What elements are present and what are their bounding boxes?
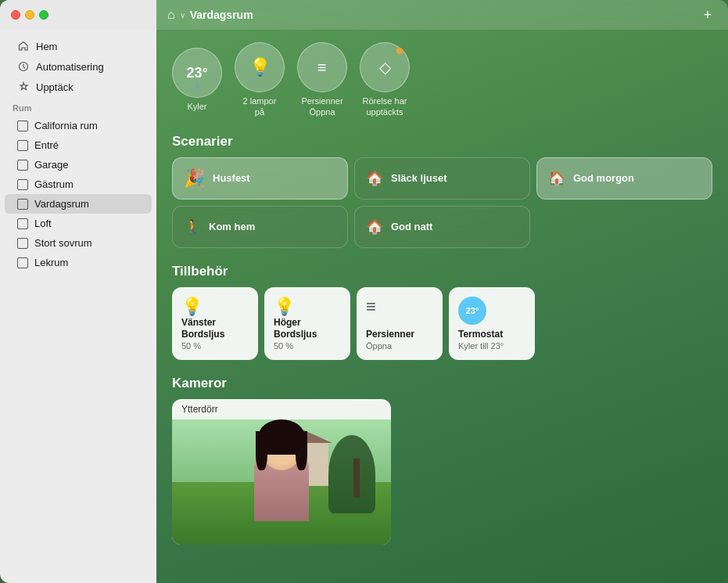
alert-dot [396, 48, 403, 54]
room-label-lekrum: Lekrum [34, 257, 68, 268]
room-icon-loft [17, 218, 28, 229]
sidebar-titlebar [0, 0, 156, 30]
cameras-section-title: Kameror [172, 376, 712, 391]
house-icon [17, 40, 30, 52]
room-label-entre: Entré [34, 139, 59, 151]
rorelse-circle: ◇ [360, 42, 410, 92]
sidebar-item-automatisering[interactable]: Automatisering [5, 56, 152, 77]
main-content: 23° ↓ Kyler 💡 2 lamporpå [156, 30, 728, 583]
room-icon-vardagsrum [17, 199, 28, 210]
husfest-label: Husfest [213, 172, 250, 184]
chevron-down-icon: ∨ [180, 11, 185, 20]
title-left: ⌂ ∨ Vardagsrum [167, 8, 253, 22]
status-tile-persienner[interactable]: ≡ PersiennerÖppna [297, 42, 347, 118]
rooms-section-label: Rum [0, 97, 156, 116]
maximize-button[interactable] [39, 10, 48, 20]
accessory-name-2: HögerBordsljus 50 % [274, 317, 341, 351]
app-window: Hem Automatisering Upptäck [0, 0, 728, 583]
accessory-lamp-icon-2: 💡 [274, 297, 341, 317]
star-icon [17, 81, 30, 93]
sidebar: Hem Automatisering Upptäck [0, 0, 156, 583]
sidebar-label-upptack: Upptäck [36, 81, 74, 93]
room-icon-entre [17, 140, 28, 151]
status-tile-kyler[interactable]: 23° ↓ Kyler [172, 48, 222, 112]
accessory-hoger-bordsljus[interactable]: 💡 HögerBordsljus 50 % [264, 287, 350, 360]
sidebar-item-hem[interactable]: Hem [5, 36, 152, 56]
main-area: ⌂ ∨ Vardagsrum + 23° ↓ Kyler [156, 0, 728, 583]
sidebar-item-lekrum[interactable]: Lekrum [5, 253, 152, 272]
sidebar-item-entre[interactable]: Entré [5, 135, 152, 155]
accessory-name-3: Persienner Öppna [366, 329, 433, 351]
persienner-circle: ≡ [297, 42, 347, 92]
scenario-god-natt[interactable]: 🏠 God natt [354, 206, 530, 248]
accessory-blinds-icon: ≡ [366, 297, 433, 317]
kom-hem-label: Kom hem [209, 221, 255, 232]
lampor-circle: 💡 [235, 42, 285, 92]
clock-icon [17, 60, 30, 73]
room-label-stort-sovrum: Stort sovrum [34, 237, 92, 249]
tree-right [328, 435, 375, 513]
blinds-icon: ≡ [317, 59, 328, 77]
motion-icon: ◇ [379, 58, 391, 77]
kyler-arrow: ↓ [194, 77, 200, 91]
accessory-name-1: VänsterBordsljus 50 % [181, 317, 249, 351]
camera-label: Ytterdörr [172, 399, 391, 419]
status-row: 23° ↓ Kyler 💡 2 lamporpå [172, 42, 712, 118]
close-button[interactable] [11, 10, 20, 20]
accessories-grid: 💡 VänsterBordsljus 50 % 💡 HögerBordsljus… [172, 287, 712, 360]
scenario-slack-ljuset[interactable]: 🏠 Släck ljuset [354, 157, 530, 200]
status-tile-rorelse[interactable]: ◇ Rörelse harupptäckts [360, 42, 410, 118]
camera-card-ytterdorr[interactable]: Ytterdörr [172, 399, 391, 545]
thermostat-badge: 23° [458, 297, 486, 325]
down-arrow-icon: ↓ [194, 77, 200, 91]
scenario-kom-hem[interactable]: 🚶 Kom hem [172, 206, 348, 248]
sidebar-item-upptack[interactable]: Upptäck [5, 77, 152, 97]
sidebar-item-loft[interactable]: Loft [5, 214, 152, 233]
sidebar-item-california-rum[interactable]: California rum [5, 116, 152, 135]
scenarios-section-title: Scenarier [172, 134, 712, 149]
god-morgon-label: God morgon [573, 172, 634, 184]
room-icon-garage [17, 160, 28, 171]
room-label-gastrum: Gästrum [34, 178, 74, 190]
lamp-icon: 💡 [249, 57, 271, 77]
add-button[interactable]: + [698, 5, 717, 24]
sidebar-item-stort-sovrum[interactable]: Stort sovrum [5, 233, 152, 253]
scenario-god-morgon[interactable]: 🏠 God morgon [536, 157, 712, 200]
sidebar-item-vardagsrum[interactable]: Vardagsrum [5, 194, 152, 214]
tree-trunk-right [353, 459, 360, 498]
kyler-label: Kyler [187, 101, 206, 112]
accessory-vanster-bordsljus[interactable]: 💡 VänsterBordsljus 50 % [172, 287, 258, 360]
room-label-vardagsrum: Vardagsrum [34, 198, 89, 210]
sidebar-label-hem: Hem [36, 41, 57, 52]
status-tile-lampor[interactable]: 💡 2 lamporpå [235, 42, 285, 118]
room-icon-california [17, 121, 28, 131]
room-icon-lekrum [17, 257, 28, 268]
hair-right [296, 431, 307, 470]
scenario-husfest[interactable]: 🎉 Husfest [172, 157, 348, 200]
room-label-loft: Loft [34, 218, 52, 229]
minimize-button[interactable] [25, 10, 34, 20]
walk-icon: 🚶 [184, 218, 201, 236]
sidebar-content: Hem Automatisering Upptäck [0, 30, 156, 583]
persienner-label: PersiennerÖppna [301, 95, 342, 118]
room-label-garage: Garage [34, 159, 68, 171]
night-icon: 🏠 [366, 218, 383, 236]
accessory-name-4: Termostat Kyler till 23° [458, 329, 525, 351]
lampor-label: 2 lamporpå [243, 95, 277, 118]
accessory-persienner[interactable]: ≡ Persienner Öppna [357, 287, 443, 360]
room-label-california: California rum [34, 120, 98, 131]
kyler-circle: 23° ↓ [172, 48, 222, 98]
accessory-lamp-icon-1: 💡 [181, 297, 249, 317]
sidebar-item-garage[interactable]: Garage [5, 155, 152, 175]
accessories-section-title: Tillbehör [172, 264, 712, 279]
scenario-grid: 🎉 Husfest 🏠 Släck ljuset 🏠 God morgon 🚶 … [172, 157, 712, 248]
sidebar-label-automatisering: Automatisering [36, 61, 104, 73]
camera-feed [172, 419, 391, 545]
home-icon: ⌂ [167, 8, 175, 22]
traffic-lights [11, 10, 48, 20]
accessory-termostat[interactable]: 23° Termostat Kyler till 23° [449, 287, 535, 360]
sidebar-item-gastrum[interactable]: Gästrum [5, 175, 152, 194]
house-off-icon: 🏠 [366, 170, 383, 187]
slack-ljuset-label: Släck ljuset [391, 172, 447, 184]
room-icon-gastrum [17, 179, 28, 190]
